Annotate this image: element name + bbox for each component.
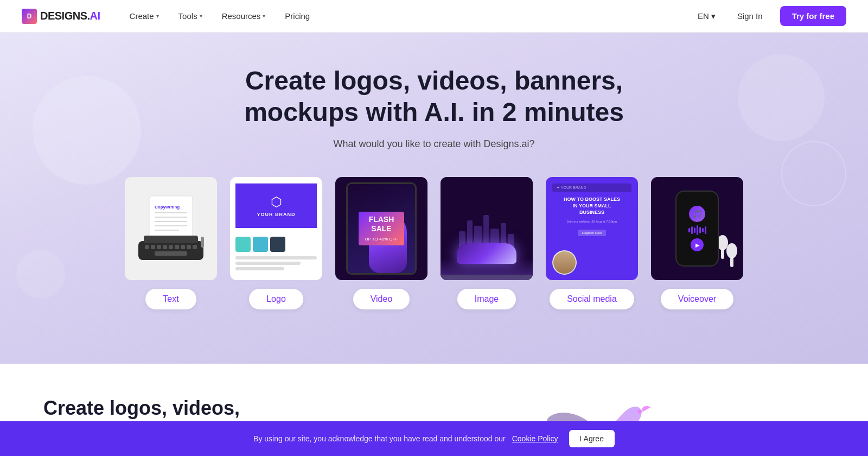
wave-bar-7 [705, 226, 706, 234]
svg-point-20 [717, 235, 728, 250]
flash-sale-text: FLASHSALEUP TO 40% OFF [359, 212, 404, 245]
font-line-2 [235, 262, 301, 265]
nav-create-label: Create [130, 11, 154, 21]
card-text-image: Copywriting [125, 177, 217, 280]
voiceover-illustration: 🎵 ▶ [651, 177, 743, 280]
font-line-3 [235, 267, 284, 270]
swatch-2 [253, 237, 268, 252]
card-image-label[interactable]: Image [457, 289, 516, 309]
cookie-agree-button[interactable]: I Agree [569, 430, 615, 447]
wave-bar-4 [697, 225, 698, 235]
typewriter-illustration: Copywriting [125, 177, 217, 280]
logo-swatches [235, 237, 317, 252]
try-free-button[interactable]: Try for free [780, 6, 846, 26]
bg-circle-2 [738, 54, 825, 141]
chevron-down-icon: ▾ [711, 11, 716, 21]
card-logo[interactable]: ⬡ YOUR BRAND Logo [230, 177, 322, 309]
cookie-text: By using our site, you acknowledge that … [253, 434, 506, 443]
svg-rect-10 [151, 245, 155, 249]
card-social-label[interactable]: Social media [550, 289, 634, 309]
svg-rect-7 [138, 241, 203, 260]
svg-rect-19 [201, 237, 204, 248]
card-voiceover-label[interactable]: Voiceover [661, 289, 733, 309]
logo-card-illustration: ⬡ YOUR BRAND [230, 177, 322, 280]
avatar-fill [553, 251, 576, 274]
nav-item-create[interactable]: Create ▾ [122, 7, 167, 25]
wave-bar-1 [688, 228, 690, 232]
nav-right: EN ▾ Sign In Try for free [693, 6, 846, 26]
social-webinar-text: Join our webinar 26 Aug at 7:30pm [552, 220, 631, 223]
language-selector[interactable]: EN ▾ [693, 8, 720, 24]
chevron-down-icon: ▾ [156, 13, 159, 19]
car-body [457, 243, 516, 264]
svg-rect-21 [721, 249, 724, 259]
phone-mockup: 🎵 ▶ [675, 191, 719, 267]
card-image-display [441, 177, 533, 280]
card-text-label[interactable]: Text [145, 289, 196, 309]
logo-icon: D [22, 9, 37, 24]
svg-point-22 [726, 243, 737, 258]
monitor-container [441, 177, 533, 280]
logo-text: DESIGNS.AI [40, 10, 100, 22]
social-title-text: HOW TO BOOST SALESIN YOUR SMALLBUSINESS [552, 197, 631, 216]
swatch-3 [270, 237, 285, 252]
nav-resources-label: Resources [222, 11, 261, 21]
wave-bars [688, 225, 706, 235]
navbar: D DESIGNS.AI Create ▾ Tools ▾ Resources … [0, 0, 868, 33]
card-voiceover[interactable]: 🎵 ▶ [651, 177, 743, 309]
card-social-image: ✦ YOUR BRAND HOW TO BOOST SALESIN YOUR S… [546, 177, 638, 280]
social-illustration: ✦ YOUR BRAND HOW TO BOOST SALESIN YOUR S… [546, 177, 638, 280]
social-header-bar: ✦ YOUR BRAND [552, 183, 631, 192]
swatch-1 [235, 237, 251, 252]
svg-rect-18 [155, 251, 187, 256]
logo[interactable]: D DESIGNS.AI [22, 9, 100, 24]
logo-hex-icon: ⬡ [242, 194, 310, 210]
card-logo-label[interactable]: Logo [249, 289, 303, 309]
play-button[interactable]: ▶ [691, 238, 704, 251]
lang-label: EN [698, 11, 709, 21]
social-brand-small: ✦ YOUR BRAND [557, 186, 586, 190]
svg-rect-9 [145, 245, 149, 249]
social-avatar-row [552, 250, 577, 275]
nav-item-tools[interactable]: Tools ▾ [171, 7, 210, 25]
font-line-1 [235, 256, 317, 259]
social-register-btn: Register Now [578, 230, 606, 236]
nav-tools-label: Tools [178, 11, 197, 21]
car-container [451, 243, 522, 270]
image-illustration [441, 177, 533, 280]
hero-cards-row: Copywriting [22, 177, 846, 309]
cookie-banner: By using our site, you acknowledge that … [0, 421, 868, 456]
nav-pricing-label: Pricing [285, 11, 310, 21]
video-illustration: FLASHSALEUP TO 40% OFF [335, 177, 427, 280]
card-social[interactable]: ✦ YOUR BRAND HOW TO BOOST SALESIN YOUR S… [546, 177, 638, 309]
card-image[interactable]: Image [441, 177, 533, 309]
play-icon: ▶ [695, 242, 700, 248]
wave-bar-5 [699, 227, 701, 233]
nav-item-pricing[interactable]: Pricing [277, 7, 317, 25]
card-video-image: FLASHSALEUP TO 40% OFF [335, 177, 427, 280]
nav-item-resources[interactable]: Resources ▾ [214, 7, 273, 25]
bg-circle-1 [33, 76, 141, 185]
avatar [552, 250, 577, 275]
card-video-label[interactable]: Video [353, 289, 410, 309]
svg-text:Copywriting: Copywriting [155, 205, 180, 210]
cookie-policy-link[interactable]: Cookie Policy [512, 434, 558, 443]
hero-section: Create logos, videos, banners, mockups w… [0, 33, 868, 364]
card-logo-image: ⬡ YOUR BRAND [230, 177, 322, 280]
nav-links: Create ▾ Tools ▾ Resources ▾ Pricing [122, 7, 694, 25]
svg-rect-8 [144, 236, 198, 243]
hero-subtitle: What would you like to create with Desig… [22, 138, 846, 150]
logo-card-header: ⬡ YOUR BRAND [235, 183, 317, 228]
svg-rect-15 [181, 245, 185, 249]
card-text[interactable]: Copywriting [125, 177, 217, 309]
chevron-down-icon: ▾ [263, 13, 265, 19]
card-video[interactable]: FLASHSALEUP TO 40% OFF Video [335, 177, 427, 309]
logo-brand-text: YOUR BRAND [242, 212, 310, 217]
sign-in-button[interactable]: Sign In [729, 7, 771, 25]
wave-bar-6 [702, 228, 704, 232]
svg-rect-23 [730, 257, 733, 267]
svg-rect-13 [169, 245, 173, 249]
svg-rect-12 [163, 245, 167, 249]
svg-rect-14 [175, 245, 179, 249]
svg-rect-16 [187, 245, 191, 249]
